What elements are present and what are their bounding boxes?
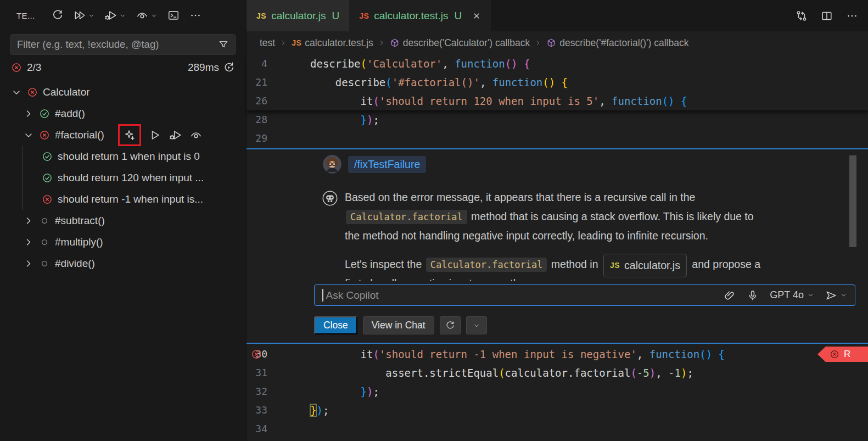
- test-filter-input[interactable]: Filter (e.g. text, !exclude, @tag): [10, 34, 236, 55]
- debug-tests-icon[interactable]: [105, 9, 117, 21]
- fix-test-failure-sparkle-icon[interactable]: [124, 129, 136, 141]
- chevron-down-icon[interactable]: [23, 130, 34, 141]
- test-pass-icon: [42, 151, 53, 162]
- chevron-down-icon[interactable]: [11, 87, 22, 98]
- code-token: (: [385, 76, 391, 88]
- code-line[interactable]: 29: [247, 129, 868, 148]
- test-tree-item-label: should return 120 when input ...: [58, 172, 204, 184]
- rerun-badge[interactable]: R: [817, 347, 868, 362]
- regenerate-button[interactable]: [440, 316, 461, 334]
- test-tree-item[interactable]: Calculator: [0, 81, 246, 103]
- code-token: ;: [687, 367, 693, 379]
- show-output-icon[interactable]: [167, 9, 180, 21]
- test-explorer-toolbar: TE...: [0, 0, 246, 31]
- attach-context-icon[interactable]: [724, 289, 736, 302]
- code-line[interactable]: 21describe('#factorial()', function() {: [247, 73, 868, 92]
- test-tree-item-label: #divide(): [55, 258, 95, 270]
- code-text: assert.strictEqual(calculator.factorial(…: [290, 364, 693, 382]
- more-options-button[interactable]: [466, 316, 487, 334]
- run-all-tests-icon[interactable]: [74, 9, 86, 21]
- file-reference-chip[interactable]: JScalculator.js: [603, 254, 687, 277]
- more-actions-icon[interactable]: [189, 9, 201, 21]
- code-token: ,: [656, 367, 668, 379]
- chat-scrollbar[interactable]: [849, 155, 856, 247]
- code-line[interactable]: 30it('should return -1 when input is neg…: [247, 345, 868, 364]
- breadcrumb-item[interactable]: describe('Calculator') callback: [390, 37, 530, 49]
- view-in-chat-button[interactable]: View in Chat: [363, 316, 434, 334]
- line-number: 4: [261, 58, 267, 69]
- breadcrumb-item[interactable]: describe('#factorial()') callback: [546, 37, 688, 49]
- line-number: 28: [255, 114, 267, 125]
- filter-icon[interactable]: [218, 39, 229, 50]
- model-picker[interactable]: GPT 4o: [770, 289, 814, 301]
- chevron-down-icon: [807, 292, 814, 299]
- code-line[interactable]: 33});: [247, 401, 868, 420]
- rerun-tests-icon[interactable]: [223, 62, 235, 74]
- copilot-message-followup: Let's inspect the Calculator.factorial m…: [345, 254, 760, 273]
- code-text: });: [290, 401, 329, 420]
- watch-test-icon[interactable]: [190, 129, 202, 141]
- code-token: ): [681, 367, 687, 379]
- editor-more-actions-icon[interactable]: [846, 10, 858, 22]
- chevron-right-icon[interactable]: [23, 215, 34, 226]
- test-tree-item[interactable]: #multiply(): [0, 231, 246, 253]
- editor-tab[interactable]: JScalculator.test.jsU: [349, 0, 491, 31]
- file-reference-label: calculator.js: [624, 256, 680, 275]
- code-token: }: [361, 114, 367, 126]
- run-test-icon[interactable]: [149, 129, 161, 141]
- open-changes-icon[interactable]: [796, 10, 808, 22]
- close-tab-icon[interactable]: [472, 12, 481, 20]
- symbol-cube-icon: [390, 38, 400, 48]
- close-button[interactable]: Close: [314, 316, 357, 334]
- copilot-chat-input[interactable]: Ask Copilot GPT 4o: [314, 284, 855, 306]
- symbol-cube-icon: [546, 38, 556, 48]
- code-line[interactable]: 31assert.strictEqual(calculator.factoria…: [247, 364, 868, 382]
- code-line[interactable]: 34: [247, 420, 868, 438]
- breadcrumb-item[interactable]: test: [260, 37, 275, 49]
- split-editor-icon[interactable]: [821, 10, 833, 22]
- chevron-down-icon[interactable]: [150, 12, 158, 19]
- message-line: the method not handling negative input c…: [345, 226, 754, 245]
- code-text: it('should return -1 when input is negat…: [290, 345, 725, 364]
- slash-command-chip: /fixTestFailure: [348, 156, 426, 173]
- js-file-icon: JS: [292, 38, 301, 47]
- refresh-tests-icon[interactable]: [52, 9, 64, 21]
- tab-modified-badge: U: [332, 10, 339, 22]
- debug-test-icon[interactable]: [170, 129, 182, 141]
- test-tree-item[interactable]: #add(): [0, 103, 246, 124]
- code-token: (: [630, 367, 636, 379]
- test-tree-item[interactable]: should return 120 when input ...: [0, 167, 246, 188]
- test-fail-icon: [27, 87, 38, 98]
- code-line[interactable]: 4describe('Calculator', function() {: [247, 54, 868, 73]
- code-editor-bottom: 30it('should return -1 when input is neg…: [247, 345, 868, 438]
- code-token: (: [373, 95, 379, 107]
- chevron-down-icon[interactable]: [88, 12, 95, 19]
- test-tree-item[interactable]: should return -1 when input is...: [0, 188, 246, 210]
- breadcrumb-separator-icon: [279, 39, 287, 47]
- code-line[interactable]: 28});: [247, 110, 868, 129]
- editor-tab[interactable]: JScalculator.jsU: [247, 0, 349, 31]
- continuous-run-icon[interactable]: [136, 9, 148, 21]
- tab-modified-badge: U: [454, 10, 462, 22]
- chevron-right-icon[interactable]: [23, 108, 34, 119]
- breadcrumb-item[interactable]: JScalculator.test.js: [292, 37, 373, 49]
- test-tree-item[interactable]: #divide(): [0, 253, 246, 274]
- test-failure-gutter-icon[interactable]: [251, 349, 262, 360]
- microphone-icon[interactable]: [747, 289, 759, 302]
- code-text: });: [290, 382, 379, 401]
- line-gutter: 28: [247, 110, 290, 129]
- code-line[interactable]: 26it('should return 120 when input is 5'…: [247, 92, 868, 110]
- test-tree-item[interactable]: should return 1 when input is 0: [0, 146, 246, 167]
- message-line: Let's inspect the Calculator.factorial m…: [345, 254, 760, 273]
- line-gutter: 32: [247, 382, 290, 401]
- test-tree-item[interactable]: #factorial(): [0, 124, 246, 146]
- chevron-down-icon[interactable]: [119, 12, 126, 19]
- chevron-right-icon[interactable]: [23, 237, 34, 248]
- send-dropdown-chevron-icon[interactable]: [840, 292, 847, 299]
- code-line[interactable]: 32});: [247, 382, 868, 401]
- editor-group: JScalculator.jsUJScalculator.test.jsU te…: [247, 0, 868, 441]
- send-icon[interactable]: [825, 289, 837, 302]
- test-tree-item[interactable]: #subtract(): [0, 210, 246, 231]
- breadcrumb-label: calculator.test.js: [305, 37, 373, 49]
- chevron-right-icon[interactable]: [23, 258, 34, 269]
